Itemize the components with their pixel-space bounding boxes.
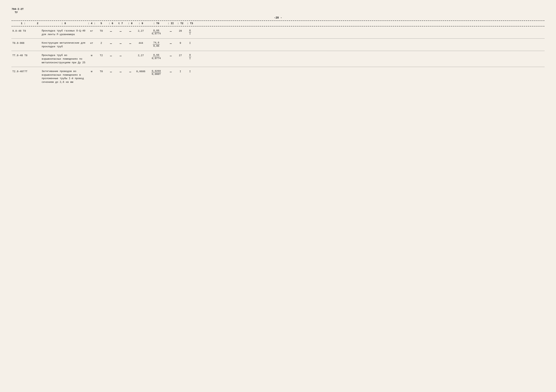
header-col-1: 1 : [12,22,35,25]
header-col-13: : T3 [185,22,195,25]
cell-11: — [166,41,176,46]
cell-8: — [125,29,135,34]
cell-7: — [116,41,125,46]
fraction-value: 0,0269 0,008T [151,70,161,76]
cell-10: 0,66 0,0774 [147,54,166,60]
fraction-value: 0,66 0,0774 [151,54,161,60]
header-col-11: : II [166,22,176,25]
table-row: TT.8-48 T8 Прокладка труб во взрывоопасн… [12,51,544,67]
cell-13: I [185,41,195,45]
page-header: 704-I-2T TУ [12,8,544,14]
cell-10: 74,6 0,86 [147,41,166,47]
cell-qty: TO [96,29,106,33]
table-row: T2.8-4077T Затягивание проводов во взрыв… [12,67,544,86]
cell-qty: 2 [96,41,106,45]
page-number: -28 - [12,16,544,19]
table-header: 1 : 2 : 8 : 4 : 5 : 6 t 7 : 8 : 9 : T0 :… [12,21,544,26]
fraction-value: 74,6 0,86 [153,41,160,47]
cell-13: 8 I [185,54,195,60]
cell-13: 6 I [185,29,195,35]
header-col-4: : 4 : [87,22,96,25]
fraction-value-13: 8 I [189,54,191,60]
cell-12: 9 [176,41,185,45]
cell-9: 444 [135,41,147,45]
cell-6: — [106,54,116,58]
cell-12: 27 [176,54,185,57]
main-table: 1 : 2 : 8 : 4 : 5 : 6 t 7 : 8 : 9 : T0 :… [12,20,544,86]
header-col-9: : 9 [135,22,147,25]
cell-6: — [106,41,116,46]
cell-unit: м [87,70,96,74]
cell-unit: м [87,54,96,57]
cell-7: — [116,70,125,74]
cell-description: Конструкции металлические для прокладки … [40,41,87,49]
cell-11: — [166,70,176,74]
table-row: T0.8-908 Конструкции металлические для п… [12,39,544,51]
cell-9: 2,27 [135,29,147,33]
header-col-5: 5 [96,22,106,25]
header-col-2: 2 [35,22,40,25]
cell-description: Прокладка труб газовых О-Ц-40 для ленты … [40,29,87,37]
fraction-value: 0,66 0,0774 [151,29,161,35]
cell-9: 0,0686 [135,70,147,74]
table-row: 9.8-48 T8 Прокладка труб газовых О-Ц-40 … [12,26,544,39]
cell-10: 0,0269 0,008T [147,70,166,76]
cell-unit: кг [87,29,96,33]
header-col-10: : T0 [147,22,166,25]
cell-9: 2,27 [135,54,147,57]
cell-8: — [125,70,135,74]
doc-number: 704-I-2T TУ [12,8,544,14]
cell-11: — [166,29,176,34]
cell-unit: нт [87,41,96,45]
fraction-value-13: 6 I [189,29,191,35]
cell-code: T0.8-908 [12,41,35,45]
cell-qty: T2 [96,54,106,57]
cell-description: Затягивание проводов во взрывоопасных по… [40,70,87,84]
cell-7: — [116,29,125,34]
cell-description: Прокладка труб во взрывоопасных помещени… [40,54,87,65]
cell-7: — [116,54,125,58]
cell-code: T2.8-4077T [12,70,35,74]
header-col-8: : 8 [125,22,135,25]
cell-qty: T0 [96,70,106,74]
cell-code: TT.8-48 T8 [12,54,35,57]
header-col-7: t 7 [116,22,125,25]
cell-6: — [106,29,116,34]
cell-11: — [166,54,176,58]
header-col-3: : 8 [40,22,87,25]
header-col-12: : T2 [176,22,185,25]
cell-13: I [185,70,195,74]
cell-6: — [106,70,116,74]
cell-12: I [176,70,185,74]
cell-12: 28 [176,29,185,33]
cell-8: — [125,41,135,46]
cell-10: 0,66 0,0774 [147,29,166,35]
cell-code: 9.8-48 T8 [12,29,35,33]
header-col-6: : 6 [106,22,116,25]
